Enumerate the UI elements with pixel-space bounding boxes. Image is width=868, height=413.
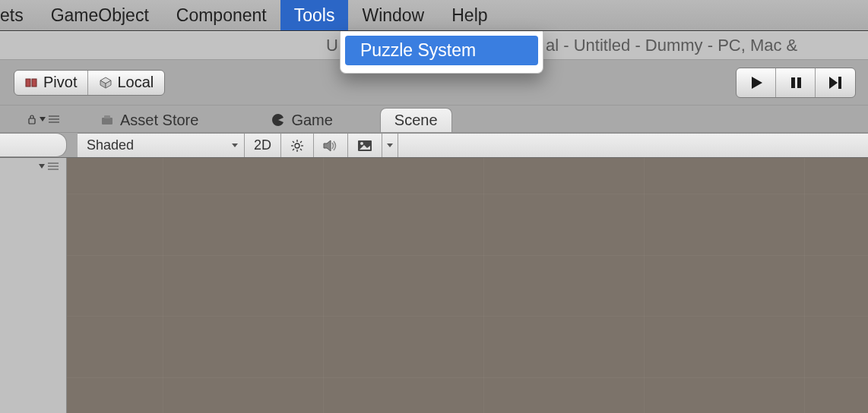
local-label: Local xyxy=(117,74,154,91)
svg-rect-10 xyxy=(29,118,35,124)
svg-marker-30 xyxy=(39,164,45,169)
menubar: ets GameObject Component Tools Window He… xyxy=(0,0,868,31)
tools-menu-dropdown: Puzzle System xyxy=(340,31,543,74)
image-icon xyxy=(357,140,372,152)
svg-marker-5 xyxy=(752,77,762,89)
pivot-label: Pivot xyxy=(43,74,77,91)
pivot-button[interactable]: Pivot xyxy=(14,71,88,95)
pause-icon xyxy=(788,75,803,90)
speaker-icon xyxy=(323,140,338,152)
play-controls xyxy=(736,68,856,98)
svg-rect-9 xyxy=(838,77,841,89)
chevron-down-icon xyxy=(387,143,393,147)
svg-rect-16 xyxy=(104,115,110,118)
shading-mode-label: Shaded xyxy=(87,137,134,153)
list-icon xyxy=(49,115,59,123)
scene-toolbar: Shaded 2D xyxy=(78,133,868,157)
svg-rect-1 xyxy=(32,79,36,87)
pause-button[interactable] xyxy=(776,68,816,97)
svg-line-23 xyxy=(300,149,302,150)
list-icon xyxy=(48,162,59,170)
scene-viewport[interactable] xyxy=(67,158,868,413)
2d-toggle[interactable]: 2D xyxy=(245,134,281,157)
tab-strip: Asset Store Game Scene xyxy=(0,106,868,133)
title-fragment-right: al - Untitled - Dummy - PC, Mac & xyxy=(546,36,797,55)
cube-icon xyxy=(99,77,112,89)
svg-marker-11 xyxy=(40,117,46,121)
2d-label: 2D xyxy=(254,137,271,153)
lock-toggle[interactable] xyxy=(27,114,59,125)
svg-rect-0 xyxy=(26,79,30,87)
menu-item-component[interactable]: Component xyxy=(163,0,280,30)
svg-rect-15 xyxy=(102,118,112,125)
audio-toggle[interactable] xyxy=(314,134,348,157)
tab-game[interactable]: Game xyxy=(258,108,346,132)
svg-line-24 xyxy=(293,149,294,150)
play-button[interactable] xyxy=(737,68,776,97)
title-fragment-left: U xyxy=(326,36,338,55)
tab-game-label: Game xyxy=(291,112,332,129)
scene-toolbar-row: Shaded 2D xyxy=(0,133,868,158)
left-options[interactable] xyxy=(39,162,59,170)
menu-item-tools[interactable]: Tools xyxy=(280,0,349,30)
left-panel-rounded xyxy=(0,133,67,157)
svg-marker-26 xyxy=(324,140,331,151)
svg-point-28 xyxy=(360,142,363,145)
svg-line-22 xyxy=(293,141,294,143)
chevron-down-icon xyxy=(232,143,238,147)
left-side-panel xyxy=(0,158,67,413)
pivot-icon xyxy=(25,77,39,89)
tab-asset-store-label: Asset Store xyxy=(120,112,198,129)
fx-dropdown[interactable] xyxy=(382,134,398,157)
pacman-icon xyxy=(271,113,285,127)
chevron-down-icon xyxy=(40,117,46,121)
menu-item-assets-fragment[interactable]: ets xyxy=(0,0,37,30)
shading-mode-dropdown[interactable]: Shaded xyxy=(78,134,245,157)
local-button[interactable]: Local xyxy=(88,71,164,95)
svg-marker-8 xyxy=(829,77,838,89)
tab-scene[interactable]: Scene xyxy=(380,108,452,132)
sun-icon xyxy=(290,139,304,153)
play-icon xyxy=(749,75,764,90)
handle-mode-group: Pivot Local xyxy=(14,70,165,96)
menu-item-help[interactable]: Help xyxy=(438,0,501,30)
tab-asset-store[interactable]: Asset Store xyxy=(87,108,212,132)
chevron-down-icon xyxy=(39,164,45,169)
scene-view-row xyxy=(0,158,868,413)
menu-item-window[interactable]: Window xyxy=(348,0,438,30)
step-icon xyxy=(827,75,844,90)
svg-rect-7 xyxy=(797,77,801,88)
tab-scene-label: Scene xyxy=(394,112,438,129)
menu-item-puzzle-system[interactable]: Puzzle System xyxy=(345,36,538,65)
svg-rect-6 xyxy=(791,77,795,88)
step-button[interactable] xyxy=(816,68,855,97)
svg-line-25 xyxy=(300,141,302,143)
asset-store-icon xyxy=(100,114,114,126)
svg-point-17 xyxy=(295,143,299,148)
left-panel-header xyxy=(0,106,67,132)
menu-item-gameobject[interactable]: GameObject xyxy=(37,0,163,30)
lock-icon xyxy=(27,114,36,125)
fx-toggle[interactable] xyxy=(348,134,382,157)
lighting-toggle[interactable] xyxy=(281,134,314,157)
